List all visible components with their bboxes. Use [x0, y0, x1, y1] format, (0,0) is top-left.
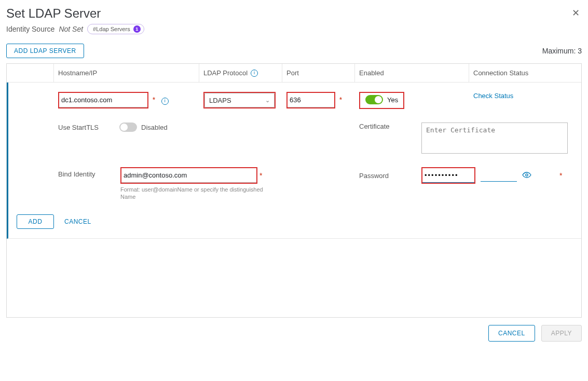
add-ldap-server-button[interactable]: ADD LDAP SERVER [6, 44, 84, 58]
row-add-button[interactable]: ADD [17, 214, 54, 229]
bind-identity-input[interactable] [121, 168, 256, 183]
certificate-label: Certificate [359, 123, 401, 130]
col-port: Port [286, 69, 299, 77]
svg-point-0 [526, 174, 528, 176]
ldap-servers-tag-label: #Ldap Servers [93, 26, 130, 32]
starttls-state: Disabled [141, 124, 168, 131]
protocol-select[interactable]: LDAPS ⌄ [204, 93, 275, 107]
required-marker: * [337, 96, 344, 104]
starttls-label: Use StartTLS [58, 124, 99, 131]
info-icon[interactable]: i [251, 70, 258, 77]
password-label: Password [359, 172, 401, 180]
eye-icon[interactable] [522, 171, 531, 180]
close-icon[interactable]: ✕ [570, 6, 582, 20]
password-input[interactable] [422, 168, 474, 183]
maximum-label: Maximum: 3 [542, 47, 582, 55]
enabled-toggle[interactable]: Yes [365, 95, 398, 104]
required-marker: * [151, 96, 157, 104]
col-enabled: Enabled [359, 69, 384, 77]
ldap-servers-count-badge: 1 [133, 25, 141, 33]
col-status: Connection Status [473, 69, 528, 77]
info-icon[interactable]: i [161, 98, 169, 105]
ldap-servers-panel: Hostname/IP LDAP Protocol i Port Enabled… [6, 63, 582, 318]
port-input[interactable] [288, 93, 334, 107]
chevron-down-icon: ⌄ [265, 97, 270, 104]
col-hostname: Hostname/IP [58, 69, 97, 77]
protocol-value: LDAPS [209, 97, 231, 104]
bind-identity-hint: Format: user@domainName or specify the d… [120, 186, 278, 201]
identity-source-value: Not Set [59, 25, 83, 33]
dialog-title: Set LDAP Server [6, 6, 101, 21]
dialog-apply-button: APPLY [541, 325, 582, 342]
required-marker: * [257, 171, 264, 180]
starttls-toggle[interactable]: Disabled [119, 123, 168, 132]
column-headers: Hostname/IP LDAP Protocol i Port Enabled… [7, 64, 581, 83]
dialog-cancel-button[interactable]: CANCEL [488, 325, 535, 342]
col-protocol: LDAP Protocol [203, 69, 248, 77]
row-cancel-button[interactable]: CANCEL [64, 218, 91, 225]
bind-identity-label: Bind Identity [58, 167, 105, 178]
ldap-servers-tag[interactable]: #Ldap Servers 1 [87, 24, 144, 34]
hostname-input[interactable] [59, 93, 147, 107]
required-marker: * [557, 171, 564, 180]
ldap-server-row: * i LDAPS ⌄ * [7, 83, 581, 239]
identity-source-label: Identity Source [6, 25, 54, 33]
certificate-input[interactable] [421, 123, 568, 154]
check-status-link[interactable]: Check Status [473, 92, 513, 100]
enabled-label: Yes [387, 96, 398, 104]
